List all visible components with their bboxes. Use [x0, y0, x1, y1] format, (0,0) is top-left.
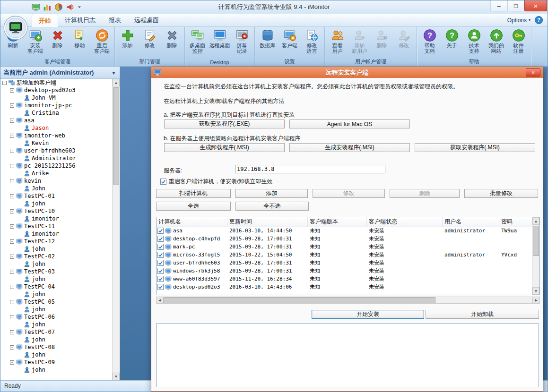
column-header-0[interactable]: 计算机名: [157, 217, 227, 227]
tree-item-desktop-psd02o3[interactable]: -desktop-psd02o3: [0, 86, 112, 94]
table-row-asa[interactable]: asa2016-03-10, 14:44:50未知未安装administrato…: [157, 227, 532, 235]
expander-icon[interactable]: -: [10, 270, 14, 274]
maximize-button[interactable]: □: [507, 0, 524, 11]
column-header-2[interactable]: 客户端版本: [308, 217, 367, 227]
start-uninstall-button[interactable]: 开始卸载: [426, 310, 539, 319]
tree-item-imonitor[interactable]: -imonitor: [0, 215, 112, 222]
expander-icon[interactable]: -: [10, 119, 14, 123]
expander-icon[interactable]: -: [10, 194, 14, 198]
megaphone-icon[interactable]: [66, 3, 74, 11]
remote-desktop-button[interactable]: 远程桌面: [209, 27, 231, 59]
tab-home[interactable]: 开始: [32, 14, 58, 27]
client-settings-button[interactable]: 客户端: [278, 27, 301, 58]
tree-item-TestPC-02[interactable]: -TestPC-02: [0, 253, 112, 260]
expander-icon[interactable]: -: [10, 300, 14, 304]
column-header-4[interactable]: 用户名: [443, 217, 499, 227]
add-department-button[interactable]: 添加: [116, 27, 139, 58]
expander-icon[interactable]: -: [10, 255, 14, 259]
agent-for-mac-button[interactable]: Agent for Mac OS: [289, 119, 410, 128]
tree-item-imonitor-jp-pc[interactable]: -imonitor-jp-pc: [0, 102, 112, 109]
expander-icon[interactable]: -: [10, 315, 14, 319]
tree-item-TestPC-12[interactable]: -TestPC-12: [0, 238, 112, 245]
tree-item-John-VM[interactable]: -John-VM: [0, 94, 112, 102]
expander-icon[interactable]: -: [10, 224, 14, 229]
column-header-1[interactable]: 更新时间: [227, 217, 308, 227]
scrollbar-thumb[interactable]: [113, 87, 119, 185]
tree-item-john[interactable]: -john: [0, 245, 112, 253]
generate-install-msi-button[interactable]: 生成安装程序(.MSI): [289, 143, 410, 152]
row-checkbox[interactable]: [157, 228, 164, 234]
scroll-up-arrow-icon[interactable]: ▲: [113, 79, 120, 86]
view-users-button[interactable]: 查看 用户: [326, 27, 348, 58]
table-row-desktop-psd02o3[interactable]: desktop-psd02o32016-03-10, 14:43:06未知未安装: [157, 283, 532, 291]
add-computer-button[interactable]: 添加: [235, 189, 308, 198]
expander-icon[interactable]: -: [10, 360, 14, 365]
table-row-www-a60f83d3597[interactable]: www-a60f83d35972015-11-20, 16:28:34未知未安装: [157, 275, 532, 283]
options-menu[interactable]: Options ▾: [507, 14, 531, 27]
chevron-down-icon[interactable]: ▼: [112, 67, 116, 79]
current-user-header[interactable]: 当前用户 admin (Administrator) ▼: [0, 67, 120, 79]
dialog-close-button[interactable]: ×: [526, 68, 540, 77]
expander-icon[interactable]: -: [10, 149, 14, 153]
row-checkbox[interactable]: [157, 236, 164, 242]
select-none-button[interactable]: 全不选: [235, 202, 309, 211]
row-checkbox[interactable]: [157, 244, 164, 250]
minimize-button[interactable]: –: [490, 0, 507, 11]
scroll-down-arrow-icon[interactable]: ▼: [113, 373, 120, 380]
tree-item-Jason[interactable]: -Jason: [0, 124, 112, 132]
tree-item-TestPC-09[interactable]: -TestPC-09: [0, 358, 112, 366]
about-button[interactable]: ?关于: [441, 27, 463, 58]
multi-desktop-monitor-button[interactable]: 多桌面 监控: [186, 27, 209, 59]
tree-item-user-bfrdhhe603[interactable]: -user-bfrdhhe603: [0, 147, 112, 154]
tree-item-TestPC-03[interactable]: -TestPC-03: [0, 268, 112, 275]
tree-item-Kevin[interactable]: -Kevin: [0, 139, 112, 147]
tree-item-asa[interactable]: -asa: [0, 117, 112, 124]
row-checkbox[interactable]: [157, 260, 164, 266]
tree-item-Arike[interactable]: -Arike: [0, 170, 112, 177]
table-row-desktop-c4hvpfd[interactable]: desktop-c4hvpfd2015-09-28, 17:00:31未知未安装: [157, 235, 532, 243]
expander-icon[interactable]: -: [10, 179, 14, 183]
expander-icon[interactable]: -: [10, 285, 14, 289]
select-all-button[interactable]: 全选: [156, 202, 231, 211]
table-row-mark-pc[interactable]: mark-pc2015-09-28, 17:00:31未知未安装: [157, 243, 532, 251]
tree-item-john[interactable]: -john: [0, 336, 112, 343]
scroll-down-arrow-icon[interactable]: ▼: [532, 287, 539, 295]
tech-support-button[interactable]: 技术 支持: [463, 27, 485, 58]
table-horizontal-scrollbar[interactable]: ◀ ▶: [156, 297, 540, 304]
tree-item-TestPC-11[interactable]: -TestPC-11: [0, 222, 112, 230]
edit-department-button[interactable]: 修改: [139, 27, 161, 58]
expander-icon[interactable]: -: [10, 209, 14, 213]
column-header-3[interactable]: 客户端状态: [367, 217, 443, 227]
table-row-windows-rbk3j58[interactable]: windows-rbk3j582015-09-28, 17:00:31未知未安装: [157, 267, 532, 275]
bar-chart-icon[interactable]: [43, 3, 52, 11]
delete-client-button[interactable]: 删除: [46, 27, 69, 58]
help-docs-button[interactable]: ?帮助 文档: [418, 27, 441, 58]
row-checkbox[interactable]: [157, 284, 164, 290]
tree-item-john[interactable]: -john: [0, 260, 112, 268]
tree-item-Cristina[interactable]: -Cristina: [0, 109, 112, 117]
scrollbar-thumb[interactable]: [164, 297, 435, 303]
register-button[interactable]: 软件 注册: [507, 27, 530, 58]
change-language-button[interactable]: 修改 语言: [301, 27, 323, 58]
expander-icon[interactable]: -: [10, 239, 14, 244]
help-icon[interactable]: ?: [535, 16, 543, 24]
tree-item-kevin[interactable]: -kevin: [0, 177, 112, 185]
expander-icon[interactable]: -: [2, 81, 7, 85]
scroll-left-arrow-icon[interactable]: ◀: [157, 297, 164, 303]
tree-item-john[interactable]: -john: [0, 306, 112, 313]
tree-item-john[interactable]: -john: [0, 290, 112, 298]
expander-icon[interactable]: -: [10, 103, 14, 108]
tree-item-root[interactable]: -新增加的客户端: [0, 79, 112, 86]
tree-item-TestPC-07[interactable]: -TestPC-07: [0, 328, 112, 336]
row-checkbox[interactable]: [157, 252, 164, 258]
column-header-5[interactable]: 密码: [499, 217, 533, 227]
start-install-button[interactable]: 开始安装: [312, 310, 424, 319]
tree-item-TestPC-08[interactable]: -TestPC-08: [0, 343, 112, 351]
tree-item-john[interactable]: -john: [0, 275, 112, 283]
scroll-up-arrow-icon[interactable]: ▲: [532, 217, 539, 225]
delete-department-button[interactable]: 删除: [161, 27, 183, 58]
expander-icon[interactable]: -: [10, 345, 14, 349]
scroll-right-arrow-icon[interactable]: ▶: [532, 297, 539, 303]
tree-item-Administrator[interactable]: -Administrator: [0, 154, 112, 162]
tree-item-TestPC-06[interactable]: -TestPC-06: [0, 313, 112, 321]
